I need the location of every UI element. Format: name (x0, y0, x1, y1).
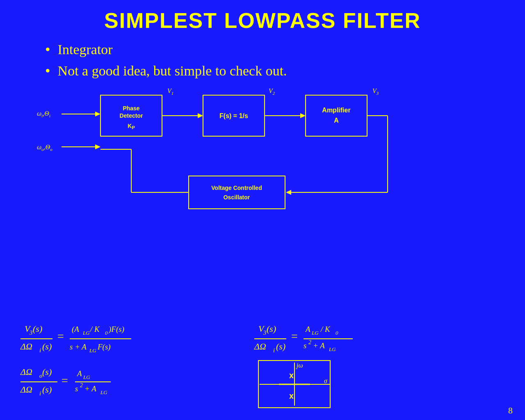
bullet-2: Not a good idea, but simple to check out… (45, 62, 504, 80)
svg-text:ΔΩ: ΔΩ (254, 341, 266, 352)
svg-text:Amplifier: Amplifier (322, 107, 350, 114)
svg-text:Phase: Phase (123, 105, 139, 112)
svg-text:V1: V1 (167, 88, 173, 96)
svg-marker-17 (300, 113, 306, 118)
svg-text:=: = (62, 374, 68, 387)
svg-text:LG: LG (311, 330, 319, 336)
svg-text:LG: LG (89, 347, 96, 354)
svg-text:s: s (304, 341, 306, 350)
svg-text:ωi,Θi: ωi,Θi (37, 110, 50, 118)
svg-text:LG: LG (329, 346, 336, 352)
slide-title: SIMPLEST LOWPASS FILTER (21, 8, 504, 33)
svg-text:(s): (s) (276, 341, 285, 352)
svg-text:2: 2 (80, 382, 83, 388)
svg-text:0: 0 (336, 330, 338, 336)
svg-marker-5 (95, 144, 100, 149)
svg-text:LG: LG (83, 374, 90, 380)
svg-text:Oscillator: Oscillator (224, 194, 250, 201)
svg-text:s + A: s + A (70, 342, 87, 351)
svg-text:(s): (s) (33, 324, 42, 334)
svg-text:+ A: + A (84, 384, 96, 393)
svg-text:/ K: / K (320, 325, 331, 333)
svg-marker-12 (198, 113, 203, 118)
slide: SIMPLEST LOWPASS FILTER Integrator Not a… (0, 0, 525, 420)
svg-text:F(s) = 1/s: F(s) = 1/s (219, 112, 248, 119)
block-diagram: ωi,Θi ωo,Θo Phase Detector KP V1 F(s) = … (21, 88, 504, 223)
svg-text:x: x (289, 391, 294, 400)
svg-text:3: 3 (29, 329, 33, 336)
svg-text:i: i (39, 390, 41, 397)
svg-marker-25 (286, 190, 291, 195)
svg-text:V2: V2 (269, 88, 275, 96)
svg-text:=: = (57, 330, 64, 342)
svg-text:0: 0 (105, 330, 108, 336)
svg-text:(s): (s) (42, 384, 52, 395)
svg-text:V3: V3 (372, 88, 379, 96)
svg-text:F(s): F(s) (97, 342, 111, 352)
svg-text:(A: (A (72, 325, 79, 334)
svg-text:(s): (s) (42, 367, 52, 377)
svg-rect-18 (306, 95, 367, 136)
svg-text:A: A (334, 117, 339, 124)
svg-text:x: x (289, 371, 294, 380)
bullet-list: Integrator Not a good idea, but simple t… (45, 41, 504, 80)
svg-marker-3 (95, 112, 100, 116)
svg-text:(s): (s) (42, 341, 52, 352)
svg-text:LG: LG (82, 330, 90, 336)
svg-text:Detector: Detector (120, 112, 143, 119)
svg-text:ωo,Θo: ωo,Θo (37, 144, 52, 152)
svg-text:i: i (273, 347, 275, 354)
svg-text:A: A (76, 369, 82, 378)
svg-text:ΔΩ: ΔΩ (20, 384, 32, 395)
svg-text:Voltage Controlled: Voltage Controlled (211, 185, 262, 191)
svg-text:=: = (291, 330, 298, 342)
page-number: 8 (508, 405, 513, 416)
svg-text:/ K: / K (90, 325, 100, 333)
svg-text:A: A (305, 325, 310, 333)
svg-text:2: 2 (308, 339, 311, 345)
bullet-1: Integrator (45, 41, 504, 58)
svg-text:ΔΩ: ΔΩ (20, 341, 32, 352)
svg-text:LG: LG (100, 389, 107, 395)
svg-text:3: 3 (263, 329, 267, 336)
svg-text:)F(s): )F(s) (108, 325, 124, 334)
svg-text:(s): (s) (267, 324, 276, 334)
svg-rect-26 (189, 176, 285, 209)
svg-text:σ: σ (324, 377, 328, 384)
svg-text:s: s (75, 384, 78, 393)
svg-text:i: i (39, 347, 41, 354)
svg-text:jω: jω (296, 362, 303, 369)
svg-text:+ A: + A (313, 341, 325, 350)
svg-text:ΔΩ: ΔΩ (20, 367, 32, 377)
